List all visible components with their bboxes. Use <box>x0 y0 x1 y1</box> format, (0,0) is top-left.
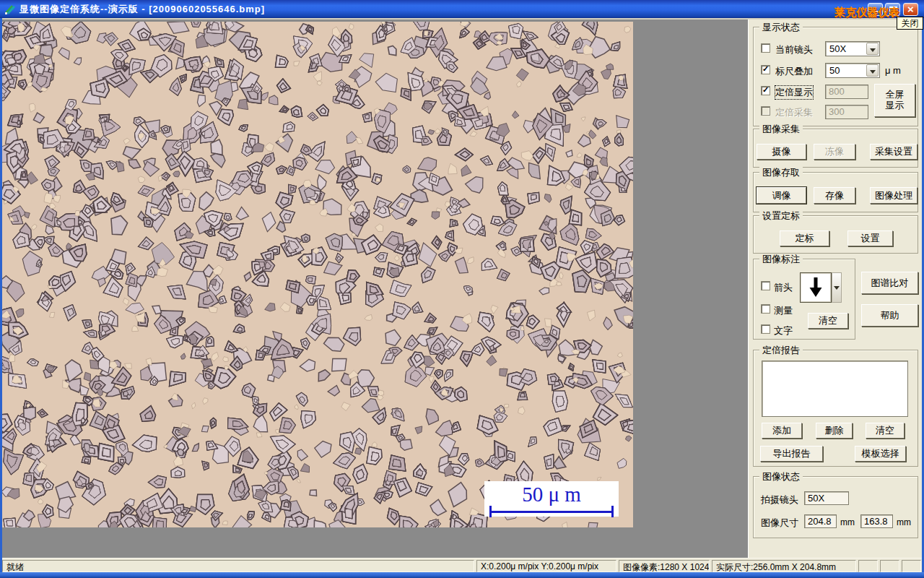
group-capture: 图像采集 摄像 冻像 采集设置 <box>753 129 918 168</box>
export-report-button[interactable]: 导出报告 <box>760 446 823 462</box>
status-image-pixels: 图像像素:1280 X 1024 <box>619 560 710 572</box>
current-lens-label: 当前镜头 <box>775 43 813 56</box>
status-cell-empty <box>902 560 921 572</box>
status-pixel-scale: X:0.200μ m/pix Y:0.200μ m/pix <box>476 560 616 572</box>
annotation-clear-button[interactable]: 清空 <box>808 313 848 329</box>
group-annotation-title: 图像标注 <box>759 254 803 264</box>
fullscreen-button[interactable]: 全屏 显示 <box>874 84 915 117</box>
group-calibration: 设置定标 定标 设置 <box>753 215 918 254</box>
fixed-display-checkbox[interactable] <box>761 86 770 95</box>
fixed-display-label: 定倍显示 <box>775 86 813 99</box>
group-annotation: 图像标注 箭头 测量 文字 清空 <box>753 259 855 340</box>
text-label: 文字 <box>774 324 793 337</box>
chevron-down-icon[interactable] <box>866 43 879 55</box>
image-process-button[interactable]: 图像处理 <box>870 187 918 204</box>
fullscreen-button-line1: 全屏 <box>886 89 905 100</box>
scale-bar-line <box>489 511 614 513</box>
status-bar: 就绪 X:0.200μ m/pix Y:0.200μ m/pix 图像像素:12… <box>2 558 922 572</box>
group-image-status-title: 图像状态 <box>759 471 803 482</box>
fixed-display-field: 800 <box>825 85 868 99</box>
status-cell-empty <box>880 560 899 572</box>
scale-bar-overlay: 50 μ m <box>484 481 619 517</box>
status-cell-empty <box>858 560 878 572</box>
client-area: 50 μ m 显示状态 当前镜头 50X 标尺叠加 50 μ m 定倍显示 80… <box>2 18 922 558</box>
scale-overlay-unit: μ m <box>885 65 901 76</box>
image-width-field[interactable]: 204.8 <box>804 514 837 528</box>
help-button[interactable]: 帮助 <box>861 304 918 327</box>
group-storage: 图像存取 调像 存像 图像处理 <box>753 172 918 212</box>
window-bottom-border <box>0 572 924 578</box>
scale-overlay-checkbox[interactable] <box>761 65 770 74</box>
scale-overlay-label: 标尺叠加 <box>775 65 813 78</box>
group-display-status: 显示状态 当前镜头 50X 标尺叠加 50 μ m 定倍显示 800 定倍采集 … <box>753 27 918 126</box>
scale-bar-label: 50 μ m <box>484 481 619 507</box>
arrow-label: 箭头 <box>774 281 793 294</box>
group-display-status-title: 显示状态 <box>759 22 803 33</box>
arrow-style-combobox[interactable] <box>800 272 842 303</box>
fixed-capture-checkbox <box>761 106 770 116</box>
shoot-button[interactable]: 摄像 <box>757 144 806 160</box>
control-panel: 显示状态 当前镜头 50X 标尺叠加 50 μ m 定倍显示 800 定倍采集 … <box>748 20 922 558</box>
scale-overlay-combobox[interactable]: 50 <box>825 63 880 78</box>
report-clear-button[interactable]: 清空 <box>866 423 905 439</box>
fixed-capture-field: 300 <box>825 105 868 119</box>
current-lens-combobox[interactable]: 50X <box>825 41 880 56</box>
load-image-button[interactable]: 调像 <box>757 187 806 204</box>
image-height-field[interactable]: 163.8 <box>860 514 893 528</box>
shoot-lens-label: 拍摄镜头 <box>761 493 798 506</box>
micrograph-view[interactable]: 50 μ m <box>2 22 633 527</box>
status-ready: 就绪 <box>2 560 474 572</box>
app-icon <box>4 4 16 15</box>
fixed-capture-label: 定倍采集 <box>775 106 813 119</box>
group-image-status: 图像状态 拍摄镜头 50X 图像尺寸 204.8 mm 163.8 mm <box>753 476 918 538</box>
down-arrow-icon <box>800 272 832 303</box>
group-report-title: 定倍报告 <box>759 345 803 355</box>
title-bar: 显微图像定倍系统--演示版 - [20090602055646.bmp] <box>0 0 924 18</box>
group-report: 定倍报告 添加 删除 清空 导出报告 模板选择 <box>753 350 918 467</box>
group-storage-title: 图像存取 <box>759 167 803 178</box>
measure-label: 测量 <box>774 304 793 317</box>
current-lens-checkbox[interactable] <box>761 43 770 53</box>
fullscreen-button-line2: 显示 <box>886 100 905 111</box>
shoot-lens-field[interactable]: 50X <box>804 491 849 505</box>
micrograph-canvas[interactable] <box>2 22 633 527</box>
report-listbox[interactable] <box>762 361 908 417</box>
group-calibration-title: 设置定标 <box>759 210 803 221</box>
image-width-unit: mm <box>840 517 855 527</box>
report-add-button[interactable]: 添加 <box>762 423 802 439</box>
chevron-down-icon[interactable] <box>866 64 879 77</box>
save-image-button[interactable]: 存像 <box>814 187 855 204</box>
capture-settings-button[interactable]: 采集设置 <box>870 144 918 160</box>
freeze-button: 冻像 <box>814 144 855 160</box>
report-delete-button[interactable]: 删除 <box>816 423 853 439</box>
image-height-unit: mm <box>897 517 911 527</box>
atlas-compare-button[interactable]: 图谱比对 <box>861 272 918 294</box>
image-size-label: 图像尺寸 <box>761 517 798 530</box>
status-actual-size: 实际尺寸:256.0mm X 204.8mm <box>712 560 856 572</box>
close-tooltip: 关闭 <box>897 17 923 30</box>
calibration-setup-button[interactable]: 设置 <box>847 230 893 246</box>
group-capture-title: 图像采集 <box>759 124 803 134</box>
chevron-down-icon[interactable] <box>832 272 842 303</box>
calibrate-button[interactable]: 定标 <box>780 230 829 246</box>
measure-checkbox[interactable] <box>761 304 770 314</box>
text-checkbox[interactable] <box>761 324 770 334</box>
arrow-checkbox[interactable] <box>761 281 770 290</box>
window-title: 显微图像定倍系统--演示版 - [20090602055646.bmp] <box>19 3 265 16</box>
template-select-button[interactable]: 模板选择 <box>855 446 906 462</box>
